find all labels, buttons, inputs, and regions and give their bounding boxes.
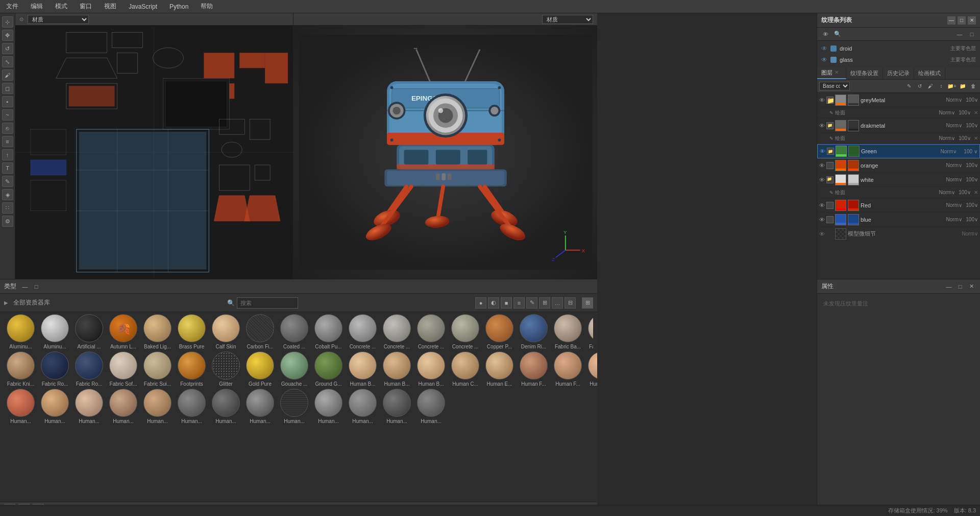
layer-item-blue[interactable]: 👁 blue Norm∨ 100∨ (817, 213, 980, 227)
blend-mode-dropdown[interactable]: Base color (819, 82, 850, 90)
prop-expand-btn[interactable]: □ (955, 282, 965, 291)
tool-settings[interactable]: ⚙ (2, 216, 13, 227)
tool-particle[interactable]: ∷ (2, 202, 13, 214)
material-cell-fabric-ba1[interactable]: Fabric Ba... (551, 314, 584, 349)
material-cell-r3-6[interactable]: Human... (175, 389, 208, 424)
prop-minimize-btn[interactable]: — (944, 282, 953, 291)
layer-folder-add-btn[interactable]: 📁+ (947, 82, 957, 91)
menu-window[interactable]: 窗口 (78, 1, 94, 12)
layer-item-greymetal[interactable]: 👁 📁 greyMetal Norm∨ 100∨ (817, 93, 980, 107)
view-btn-more[interactable]: … (552, 297, 563, 309)
tool-layer[interactable]: ≡ (2, 136, 13, 147)
sublayer-white-paint[interactable]: ✎ 绘面 Norm∨ 100∨ ✕ (817, 187, 980, 198)
menu-help[interactable]: 帮助 (199, 1, 215, 12)
material-cell-gold-pure[interactable]: Gold Pure (243, 351, 277, 387)
material-cell-autumn[interactable]: 🍂 Autumn L... (107, 314, 140, 349)
prop-close-btn[interactable]: ✕ (967, 282, 976, 291)
layer-vis-red[interactable]: 👁 (819, 202, 825, 208)
layer-paint-btn[interactable]: 🖌 (926, 82, 935, 91)
layer-vis-white[interactable]: 👁 (819, 177, 825, 183)
material-cell-fabric-kni[interactable]: Fabric Kni... (4, 351, 37, 387)
tab-history[interactable]: 历史记录 (883, 67, 914, 79)
material-cell-glitter[interactable]: Glitter (209, 351, 242, 387)
tab-paint-mode[interactable]: 绘画模式 (914, 67, 945, 79)
menu-mode[interactable]: 模式 (53, 1, 69, 12)
material-cell-fabric-sui[interactable]: Fabric Sui... (141, 351, 174, 387)
asset-expand-arrow[interactable]: ▶ (4, 300, 8, 306)
material-cell-human-b3[interactable]: Human B... (414, 351, 448, 387)
material-cell-aluminium-silver[interactable]: Aluminu... (38, 314, 71, 349)
rp-search-btn[interactable]: 🔍 (832, 29, 843, 39)
tool-smudge[interactable]: ~ (2, 109, 13, 121)
material-cell-calf-skin[interactable]: Calf Skin (209, 314, 242, 349)
layer-refresh-btn[interactable]: ↺ (915, 82, 924, 91)
layer-vis-orange[interactable]: 👁 (819, 162, 825, 169)
material-cell-r3-1[interactable]: Human... (4, 389, 37, 424)
menu-file[interactable]: 文件 (4, 1, 20, 12)
material-item-glass[interactable]: 👁 glass 主要零色层 (819, 54, 978, 65)
tool-import[interactable]: ↑ (2, 149, 13, 160)
panel-minimize-btn[interactable]: — (947, 16, 955, 25)
layer-item-orange[interactable]: 👁 orange Norm∨ 100∨ (817, 158, 980, 173)
material-cell-human-b1[interactable]: Human B... (346, 351, 379, 387)
menu-javascript[interactable]: JavaScript (127, 2, 159, 11)
material-cell-footprints[interactable]: Footprints (175, 351, 208, 387)
sublayer-greymetal-paint[interactable]: ✎ 绘面 Norm∨ 100∨ ✕ (817, 107, 980, 119)
material-cell-ground[interactable]: Ground G... (312, 351, 345, 387)
layer-folder-btn[interactable]: 📁 (958, 82, 967, 91)
material-cell-concrete2[interactable]: Concrete ... (380, 314, 413, 349)
layer-item-red[interactable]: 👁 Red Norm∨ 100∨ (817, 198, 980, 213)
tool-mask[interactable]: ◈ (2, 189, 13, 200)
sublayer-close-w[interactable]: ✕ (974, 190, 978, 195)
tab-layers-close[interactable]: ✕ (835, 69, 842, 77)
material-cell-r3-8[interactable]: Human... (243, 389, 277, 424)
search-input[interactable] (237, 297, 298, 309)
panel-close-btn[interactable]: ✕ (968, 16, 976, 25)
material-cell-human-f3[interactable]: Human F... (585, 351, 597, 387)
menu-edit[interactable]: 编辑 (29, 1, 45, 12)
material-cell-r3-4[interactable]: Human... (107, 389, 140, 424)
layer-vis-blue[interactable]: 👁 (819, 217, 825, 223)
material-cell-coated[interactable]: Coated ... (278, 314, 311, 349)
tool-pick[interactable]: ✎ (2, 176, 13, 187)
tool-select[interactable]: ⊹ (2, 16, 13, 28)
layer-vis-model-detail[interactable]: 👁 (819, 231, 825, 237)
tool-fill[interactable]: ▪ (2, 96, 13, 107)
material-cell-r3-5[interactable]: Human... (141, 389, 174, 424)
view-btn-list[interactable]: ≡ (513, 297, 525, 309)
rp-expand-btn[interactable]: □ (967, 29, 977, 39)
menu-view[interactable]: 视图 (102, 1, 118, 12)
sublayer-close-dm[interactable]: ✕ (974, 135, 978, 141)
material-cell-human-f1[interactable]: Human F... (517, 351, 550, 387)
layer-item-drakmetal[interactable]: 👁 📁 drakmetal Norm∨ 100∨ (817, 119, 980, 133)
view-btn-square[interactable]: ■ (501, 297, 512, 309)
material-cell-r3-10[interactable]: Human... (312, 389, 345, 424)
layer-item-model-detail[interactable]: 👁 模型微细节 Norm∨ (817, 227, 980, 241)
view-btn-detail[interactable]: ⊟ (565, 297, 576, 309)
material-cell-fabric-sof[interactable]: Fabric Sof... (107, 351, 140, 387)
tool-clone[interactable]: ⎋ (2, 123, 13, 134)
material-cell-artificial[interactable]: Artificial ... (72, 314, 106, 349)
material-cell-aluminium-gold[interactable]: Aluminu... (4, 314, 37, 349)
view-btn-brush[interactable]: ✎ (526, 297, 537, 309)
uv-viewport-dropdown[interactable]: 材质 (28, 15, 89, 24)
layer-vis-green[interactable]: 👁 (820, 148, 825, 154)
material-cell-concrete1[interactable]: Concrete ... (346, 314, 379, 349)
material-cell-human-b2[interactable]: Human B... (380, 351, 413, 387)
material-cell-human-f2[interactable]: Human F... (551, 351, 584, 387)
view-btn-grid[interactable]: ⊞ (539, 297, 550, 309)
tool-rotate[interactable]: ↺ (2, 43, 13, 54)
material-cell-r3-7[interactable]: Human... (209, 389, 242, 424)
layer-vis-greymetal[interactable]: 👁 (819, 97, 825, 103)
material-cell-concrete4[interactable]: Concrete ... (449, 314, 482, 349)
material-cell-r3-9[interactable]: Human... (278, 389, 311, 424)
layer-vis-drakmetal[interactable]: 👁 (819, 123, 825, 129)
material-cell-denim[interactable]: Denim Ri... (517, 314, 550, 349)
tool-eraser[interactable]: ◻ (2, 83, 13, 94)
layer-delete-btn[interactable]: 🗑 (969, 82, 978, 91)
view-btn-sphere[interactable]: ● (475, 297, 486, 309)
view-btn-flat[interactable]: ◐ (488, 297, 499, 309)
material-item-droid[interactable]: 👁 droid 主要零色层 (819, 43, 978, 54)
material-cell-cobalt[interactable]: Cobalt Pu... (312, 314, 345, 349)
material-cell-concrete3[interactable]: Concrete ... (414, 314, 448, 349)
